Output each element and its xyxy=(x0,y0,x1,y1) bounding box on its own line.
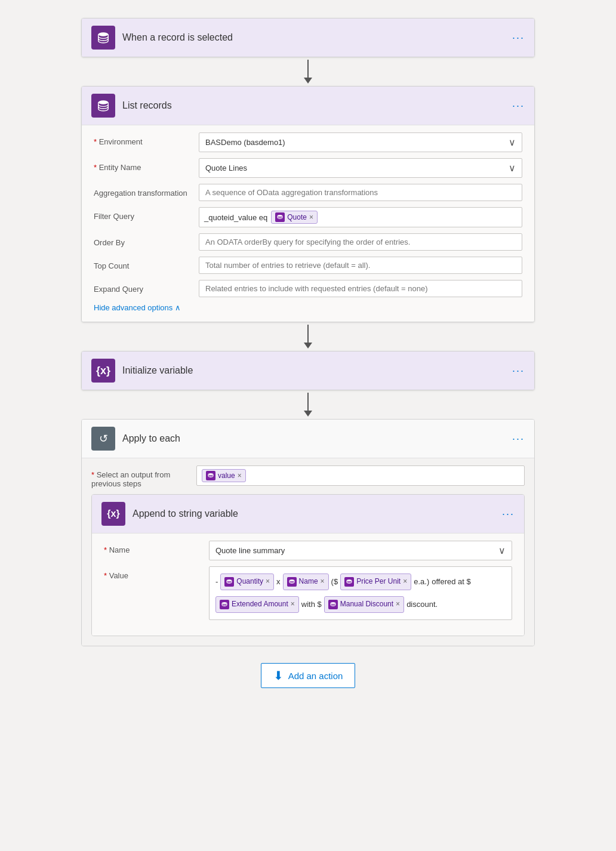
arrow-3 xyxy=(304,390,312,419)
order-by-label: Order By xyxy=(94,233,189,247)
value-part-dollar1: ($ xyxy=(331,575,338,588)
expand-query-input[interactable] xyxy=(199,280,522,297)
value-token-label: value xyxy=(218,471,235,480)
apply-each-body: * Select an output from previous steps xyxy=(82,458,534,646)
svg-point-0 xyxy=(98,32,109,36)
append-string-body: * Name Quote line summary ∨ xyxy=(92,533,524,636)
append-string-more-button[interactable]: ··· xyxy=(502,508,515,520)
value-part-offered: offered at $ xyxy=(432,575,471,588)
extended-amount-token: Extended Amount × xyxy=(215,596,299,613)
quantity-token-label: Quantity xyxy=(236,575,263,588)
append-string-icon: {x} xyxy=(101,502,125,526)
add-action-icon: ⬇ xyxy=(273,668,284,683)
value-part-with: with $ xyxy=(301,597,322,611)
arrow-1 xyxy=(304,57,312,86)
apply-each-icon: ↺ xyxy=(91,427,115,451)
trigger-more-button[interactable]: ··· xyxy=(512,32,525,44)
quantity-token: Quantity × xyxy=(220,574,274,590)
append-string-header: {x} Append to string variable ··· xyxy=(92,495,524,533)
expand-query-control xyxy=(199,280,522,297)
select-output-input[interactable]: value × xyxy=(196,465,525,486)
value-field[interactable]: - xyxy=(209,566,512,620)
extended-token-icon xyxy=(220,600,229,609)
arrow-head-1 xyxy=(304,78,312,84)
aggregation-input[interactable] xyxy=(199,184,522,201)
value-control: - xyxy=(209,566,512,620)
loop-arrow-icon: ↺ xyxy=(99,432,108,445)
filter-query-control: _quoteid_value eq Quote × xyxy=(199,207,522,227)
filter-query-label: Filter Query xyxy=(94,207,189,221)
append-string-title: Append to string variable xyxy=(133,508,238,519)
entity-name-chevron: ∨ xyxy=(509,162,516,174)
price-token-icon xyxy=(344,577,354,587)
init-variable-icon: {x} xyxy=(91,359,115,383)
hide-advanced-label: Hide advanced options xyxy=(94,303,173,312)
price-token-close[interactable]: × xyxy=(403,575,407,588)
name-row: * Name Quote line summary ∨ xyxy=(104,541,512,560)
apply-each-more-button[interactable]: ··· xyxy=(512,433,525,445)
trigger-title: When a record is selected xyxy=(122,32,233,43)
svg-point-4 xyxy=(227,579,232,581)
list-records-icon xyxy=(91,94,115,118)
list-records-header: List records ··· xyxy=(82,87,534,125)
arrow-line-2 xyxy=(307,325,309,343)
trigger-icon xyxy=(91,26,115,50)
trigger-header-left: When a record is selected xyxy=(91,26,233,50)
name-select[interactable]: Quote line summary ∨ xyxy=(209,541,512,560)
name-token-close[interactable]: × xyxy=(321,575,325,588)
name-control: Quote line summary ∨ xyxy=(209,541,512,560)
aggregation-control xyxy=(199,184,522,201)
entity-name-row: * Entity Name Quote Lines ∨ xyxy=(94,158,522,178)
select-output-control: value × xyxy=(196,465,525,486)
manual-discount-close[interactable]: × xyxy=(396,598,400,611)
list-records-step-card: List records ··· * Environment BASDemo (… xyxy=(81,86,535,322)
entity-name-select[interactable]: Quote Lines ∨ xyxy=(199,158,522,178)
manual-discount-label: Manual Discount xyxy=(340,598,393,611)
init-variable-header-left: {x} Initialize variable xyxy=(91,359,193,383)
append-string-card: {x} Append to string variable ··· * Name xyxy=(91,494,525,636)
select-output-row: * Select an output from previous steps xyxy=(91,465,525,488)
extended-token-close[interactable]: × xyxy=(291,598,295,611)
extended-token-label: Extended Amount xyxy=(232,598,288,611)
manual-discount-token-icon xyxy=(328,600,338,609)
name-token-label: Name xyxy=(299,575,318,588)
environment-select[interactable]: BASDemo (basdemo1) ∨ xyxy=(199,132,522,152)
quantity-token-close[interactable]: × xyxy=(266,575,270,588)
variable-brace-icon: {x} xyxy=(96,365,110,377)
arrow-2 xyxy=(304,322,312,351)
list-records-body: * Environment BASDemo (basdemo1) ∨ * Ent… xyxy=(82,125,534,322)
top-count-input[interactable] xyxy=(199,257,522,274)
apply-each-header-left: ↺ Apply to each xyxy=(91,427,180,451)
add-action-button[interactable]: ⬇ Add an action xyxy=(261,663,356,688)
value-part-x: x xyxy=(276,575,281,588)
filter-query-row: Filter Query _quoteid_value eq xyxy=(94,207,522,227)
init-variable-title: Initialize variable xyxy=(122,365,193,376)
environment-row: * Environment BASDemo (basdemo1) ∨ xyxy=(94,132,522,152)
order-by-input[interactable] xyxy=(199,233,522,251)
name-label: * Name xyxy=(104,541,199,554)
filter-token-close[interactable]: × xyxy=(309,213,313,221)
value-token: value × xyxy=(202,469,246,482)
apply-each-header: ↺ Apply to each ··· xyxy=(82,420,534,458)
name-chevron: ∨ xyxy=(498,545,506,556)
init-variable-step-card: {x} Initialize variable ··· xyxy=(81,351,535,390)
name-token-icon xyxy=(287,577,297,587)
svg-point-3 xyxy=(208,473,213,475)
price-token-label: Price Per Unit xyxy=(356,575,401,588)
list-records-more-button[interactable]: ··· xyxy=(512,100,525,112)
aggregation-row: Aggregation transformation xyxy=(94,184,522,201)
value-token-close[interactable]: × xyxy=(238,471,242,480)
arrow-line-1 xyxy=(307,60,309,78)
filter-query-input[interactable]: _quoteid_value eq Quote × xyxy=(199,207,522,227)
hide-advanced-link[interactable]: Hide advanced options ∧ xyxy=(94,303,522,312)
svg-point-5 xyxy=(289,579,294,581)
name-token: Name × xyxy=(283,574,329,590)
order-by-control xyxy=(199,233,522,251)
add-action-container: ⬇ Add an action xyxy=(261,663,356,688)
value-label: * Value xyxy=(104,566,199,580)
trigger-header: When a record is selected ··· xyxy=(82,18,534,57)
top-count-control xyxy=(199,257,522,274)
filter-prefix: _quoteid_value eq xyxy=(204,213,267,222)
init-variable-more-button[interactable]: ··· xyxy=(512,365,525,377)
value-token-icon xyxy=(206,471,215,480)
